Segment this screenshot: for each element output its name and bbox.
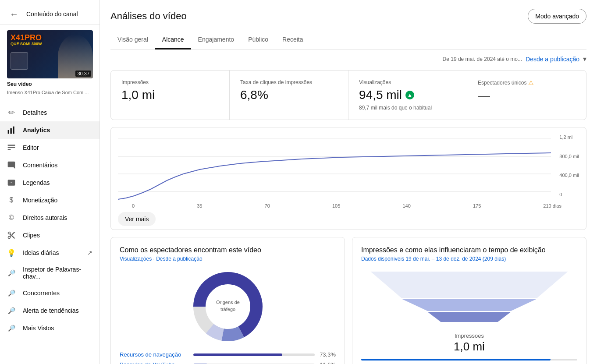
metric-espectadores: Espectadores únicos ⚠ — (467, 71, 586, 120)
tabs: Visão geral Alcance Engajamento Público … (110, 31, 586, 49)
x-label-70: 70 (265, 203, 270, 209)
copyright-icon: © (7, 213, 16, 222)
tab-alcance[interactable]: Alcance (155, 31, 191, 49)
sidebar-item-mais-vistos[interactable]: 🔎 Mais Vistos (0, 319, 100, 337)
advanced-mode-button[interactable]: Modo avançado (528, 9, 586, 24)
sidebar-item-editor[interactable]: Editor (0, 139, 100, 156)
ver-mais-button[interactable]: Ver mais (118, 212, 156, 226)
nav-label-analytics: Analytics (23, 127, 92, 134)
competitors-icon: 🔎 (7, 289, 16, 297)
sidebar-item-concorrentes[interactable]: 🔎 Concorrentes (0, 284, 100, 302)
x-label-210: 210 dias (543, 203, 561, 209)
sidebar-nav: ✏ Detalhes Analytics Editor Comentários (0, 100, 100, 340)
bottom-cards: Como os espectadores encontram este víde… (110, 237, 586, 364)
impressions-metric-label: Impressões (361, 332, 577, 339)
keyword-icon: 🔎 (7, 269, 16, 277)
y-label-1: 1,2 mi (559, 134, 579, 140)
traffic-label-pesquisa[interactable]: Pesquisa do YouTube (120, 361, 190, 364)
funnel-area (361, 267, 577, 325)
impressions-progress-fill (361, 359, 551, 360)
date-range-label: De 19 de mai. de 2024 até o mo... (443, 56, 522, 62)
nav-label-direitos: Direitos autorais (23, 214, 92, 221)
y-label-2: 800,0 mil (559, 154, 579, 159)
nav-label-inspetor: Inspetor de Palavras-chav... (23, 266, 92, 280)
ideas-icon: 💡 (7, 248, 16, 257)
sidebar-item-clipes[interactable]: Clipes (0, 226, 100, 244)
impressions-metric: Impressões 1,0 mi (361, 332, 577, 353)
thumb-title-line2: QUE SOM! 300W (11, 42, 42, 46)
donut-center-line2: tráfego (220, 307, 235, 312)
date-range-chevron[interactable]: ▾ (583, 55, 586, 63)
sidebar-item-legendas[interactable]: Legendas (0, 174, 100, 191)
metric-taxa-cliques: Taxa de cliques de impressões 6,8% (230, 71, 348, 120)
sidebar-item-ideias[interactable]: 💡 Ideias diárias ↗ (0, 244, 100, 262)
nav-label-ideias: Ideias diárias (23, 249, 80, 256)
warning-icon: ⚠ (528, 79, 534, 86)
video-thumbnail[interactable]: X41PRO QUE SOM! 300W 30:37 (7, 30, 93, 78)
metric-visualizacoes: Visualizações 94,5 mil ▲ 89,7 mil mais d… (348, 71, 467, 120)
metric-impressoes: Impressões 1,0 mi (111, 71, 230, 120)
chart-wrapper: 1,2 mi 800,0 mil 400,0 mil 0 (118, 134, 579, 201)
metric-viz-sub: 89,7 mil mais do que o habitual (359, 105, 456, 111)
date-range-value[interactable]: Desde a publicação (526, 56, 579, 63)
metrics-row: Impressões 1,0 mi Taxa de cliques de imp… (110, 70, 586, 120)
traffic-card-title: Como os espectadores encontram este víde… (120, 246, 336, 254)
funnel-svg (361, 267, 577, 324)
back-button[interactable]: ← (7, 7, 21, 21)
svg-rect-0 (8, 130, 9, 134)
svg-rect-2 (13, 127, 14, 134)
captions-icon (7, 178, 16, 187)
metric-esp-value: — (478, 89, 576, 103)
sidebar-item-analytics[interactable]: Analytics (0, 121, 100, 139)
sidebar-item-monetizacao[interactable]: $ Monetização (0, 191, 100, 209)
impressions-progress-bar (361, 359, 577, 360)
metric-taxa-label: Taxa de cliques de impressões (240, 79, 338, 85)
page-title: Análises do vídeo (110, 11, 187, 22)
sidebar-item-alerta[interactable]: 🔎 Alerta de tendências (0, 302, 100, 319)
donut-center-line1: Origens de (216, 300, 240, 305)
x-label-140: 140 (402, 203, 410, 209)
clips-icon (7, 231, 16, 240)
sidebar-item-comentarios[interactable]: Comentários (0, 156, 100, 174)
traffic-pct-navegacao: 73,3% (318, 351, 336, 358)
metric-impressoes-label: Impressões (121, 79, 219, 85)
traffic-card-sub: Visualizações · Desde a publicação (120, 256, 336, 262)
metric-viz-label: Visualizações (359, 79, 456, 85)
svg-marker-16 (428, 312, 511, 322)
svg-marker-14 (371, 272, 568, 298)
traffic-label-navegacao[interactable]: Recursos de navegação (120, 351, 190, 358)
sidebar-item-direitos[interactable]: © Direitos autorais (0, 209, 100, 226)
sidebar-item-detalhes[interactable]: ✏ Detalhes (0, 104, 100, 121)
date-range-section: De 19 de mai. de 2024 até o mo... Desde … (110, 49, 586, 67)
metric-esp-label: Espectadores únicos ⚠ (478, 79, 576, 86)
chart-section: 1,2 mi 800,0 mil 400,0 mil 0 0 35 70 105… (110, 127, 586, 230)
tab-visao-geral[interactable]: Visão geral (110, 31, 155, 49)
tab-publico[interactable]: Público (241, 31, 275, 49)
svg-marker-15 (402, 299, 537, 311)
trends-icon: 🔎 (7, 306, 16, 315)
impressions-card: Impressões e como elas influenciaram o t… (352, 237, 586, 364)
metric-taxa-value: 6,8% (240, 88, 338, 102)
monetization-icon: $ (7, 196, 16, 205)
nav-label-clipes: Clipes (23, 232, 92, 239)
tab-receita[interactable]: Receita (275, 31, 310, 49)
video-section: X41PRO QUE SOM! 300W 30:37 Seu vídeo Ime… (0, 25, 100, 100)
impressions-card-title: Impressões e como elas influenciaram o t… (361, 246, 577, 254)
tab-engajamento[interactable]: Engajamento (191, 31, 242, 49)
nav-label-monetizacao: Monetização (23, 197, 92, 204)
editor-icon (7, 143, 16, 152)
external-icon: ↗ (87, 249, 92, 256)
sidebar-item-inspetor[interactable]: 🔎 Inspetor de Palavras-chav... (0, 262, 100, 284)
nav-label-alerta: Alerta de tendências (23, 307, 92, 314)
traffic-source-navegacao: Recursos de navegação 73,3% (120, 351, 336, 358)
svg-rect-5 (8, 149, 11, 150)
donut-chart: Origens de tráfego (188, 267, 267, 346)
thumb-speaker (11, 52, 28, 70)
svg-rect-1 (11, 128, 12, 134)
edit-icon: ✏ (7, 108, 16, 117)
chart-x-labels: 0 35 70 105 140 175 210 dias (118, 201, 579, 209)
metric-viz-value: 94,5 mil ▲ (359, 88, 456, 102)
main-header: Análises do vídeo Modo avançado (110, 0, 586, 31)
nav-label-legendas: Legendas (23, 179, 92, 186)
video-sublabel: Imenso X41Pro Caixa de Som Com ... (7, 90, 92, 95)
